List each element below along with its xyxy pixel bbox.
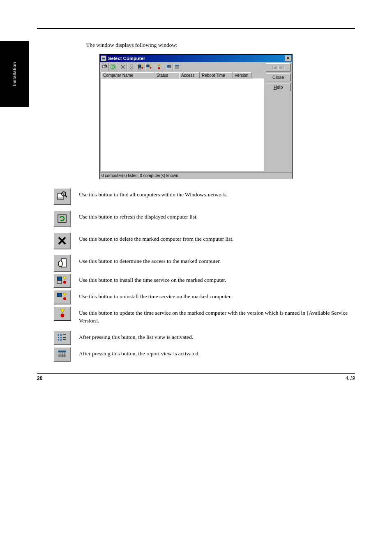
column-status[interactable]: Status [154, 72, 179, 78]
svg-marker-46 [63, 277, 66, 280]
column-reboot-time[interactable]: Reboot Time [200, 72, 233, 78]
toolbar-list-view-button[interactable] [165, 63, 173, 71]
svg-point-52 [61, 313, 65, 317]
list-view-icon [53, 331, 71, 345]
page-footer: 20 4.19 [37, 373, 355, 381]
svg-rect-21 [168, 65, 169, 66]
app-icon [101, 55, 106, 61]
window-title: Select Computer [108, 56, 285, 61]
legend-list-text: After pressing this button, the list vie… [79, 331, 351, 341]
toolbar-update-button[interactable] [155, 63, 163, 71]
svg-marker-18 [158, 65, 160, 67]
legend-install-text: Use this button to install the time serv… [79, 274, 351, 284]
svg-rect-48 [57, 293, 62, 297]
svg-rect-22 [167, 66, 168, 67]
close-icon[interactable]: × [285, 55, 291, 61]
column-version[interactable]: Version [233, 72, 251, 78]
refresh-icon [53, 210, 71, 227]
svg-rect-15 [147, 65, 149, 67]
toolbar-find-button[interactable] [101, 63, 109, 71]
list-header: Computer Name Status Access Reboot Time … [101, 72, 264, 78]
svg-point-14 [142, 67, 143, 69]
list-body [101, 78, 264, 171]
select-computer-window: Select Computer × [99, 54, 293, 179]
close-button[interactable]: Close [266, 73, 291, 81]
svg-marker-13 [142, 65, 143, 66]
svg-point-47 [63, 281, 66, 283]
column-computer-name[interactable]: Computer Name [101, 72, 154, 78]
svg-rect-23 [168, 66, 169, 67]
svg-rect-45 [57, 281, 62, 283]
svg-point-43 [58, 261, 62, 267]
svg-rect-54 [60, 334, 62, 336]
side-tab: Installation [0, 41, 29, 107]
install-icon [53, 274, 71, 288]
svg-point-19 [158, 67, 160, 69]
toolbar-refresh-button[interactable] [109, 63, 117, 71]
toolbar-install-button[interactable] [137, 63, 145, 71]
details-view-icon [53, 347, 71, 361]
svg-rect-57 [58, 339, 59, 341]
svg-rect-55 [58, 337, 59, 338]
svg-marker-49 [63, 293, 66, 296]
legend-find-text: Use this button to find all computers wi… [79, 188, 351, 199]
titlebar: Select Computer × [100, 55, 292, 62]
update-icon [53, 306, 71, 320]
svg-rect-11 [138, 65, 141, 67]
select-button[interactable]: Select [266, 63, 291, 71]
legend-refresh-text: Use this button to refresh the displayed… [79, 210, 351, 221]
svg-point-17 [150, 67, 152, 69]
help-button[interactable]: Help [266, 83, 291, 91]
legend-update-text: Use this button to update the time servi… [79, 306, 351, 325]
svg-marker-16 [150, 65, 151, 66]
doc-version: 4.19 [346, 375, 355, 381]
column-access[interactable]: Access [179, 72, 200, 78]
legend-uninstall-text: Use this button to uninstall the time se… [79, 290, 351, 301]
svg-rect-53 [58, 334, 59, 336]
legend-details-text: After pressing this button, the report v… [79, 347, 351, 358]
svg-point-10 [130, 66, 131, 69]
svg-line-37 [65, 196, 67, 197]
svg-rect-20 [167, 65, 168, 66]
svg-marker-51 [60, 309, 65, 313]
svg-rect-44 [57, 277, 62, 280]
svg-rect-35 [58, 198, 63, 200]
toolbar-access-button[interactable] [127, 63, 135, 71]
intro-text: The window displays following window: [86, 41, 355, 49]
find-icon [53, 188, 71, 205]
legend-delete-text: Use this button to delete the marked com… [79, 233, 351, 243]
svg-point-50 [63, 297, 66, 300]
svg-line-4 [106, 67, 107, 67]
icon-legend: Use this button to find all computers wi… [53, 188, 351, 361]
svg-rect-12 [138, 67, 141, 69]
delete-icon [53, 233, 71, 249]
svg-rect-1 [102, 58, 105, 59]
access-icon [53, 255, 71, 271]
toolbar-uninstall-button[interactable] [145, 63, 153, 71]
svg-rect-38 [58, 215, 66, 222]
status-bar: 0 computer(s) listed, 0 computer(s) know… [100, 172, 292, 179]
svg-rect-58 [60, 339, 62, 341]
svg-rect-56 [60, 337, 62, 338]
side-tab-label: Installation [12, 62, 17, 86]
uninstall-icon [53, 290, 71, 304]
svg-rect-24 [167, 67, 168, 68]
toolbar [101, 63, 264, 71]
svg-rect-25 [168, 67, 169, 68]
toolbar-details-view-button[interactable] [173, 63, 181, 71]
page-number: 20 [37, 375, 42, 381]
legend-access-text: Use this button to determine the access … [79, 255, 351, 265]
computer-list[interactable]: Computer Name Status Access Reboot Time … [101, 72, 264, 171]
toolbar-delete-button[interactable] [119, 63, 127, 71]
